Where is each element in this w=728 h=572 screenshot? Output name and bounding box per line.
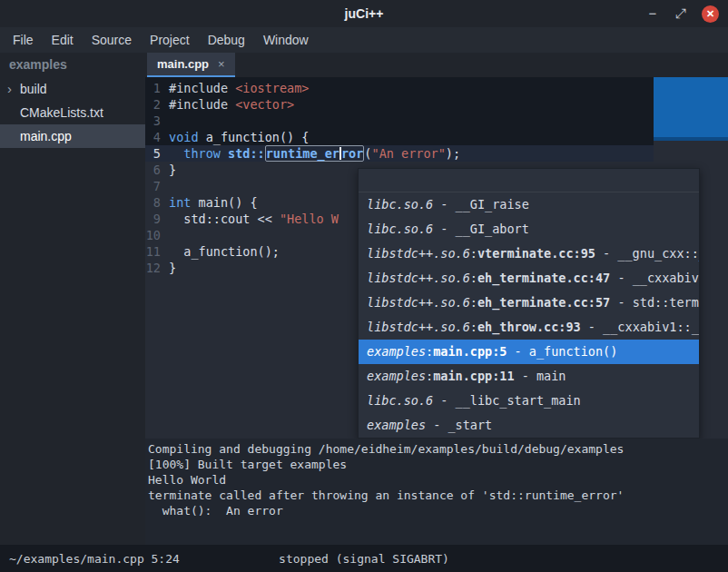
tree-item-label: main.cpp [20,124,72,148]
menu-source[interactable]: Source [83,27,141,53]
code-line-text: a_function(); [169,243,280,260]
close-button-icon[interactable]: ✕ [702,5,719,23]
app-window: juCi++ − ⤢ ✕ FileEditSourceProjectDebugW… [0,0,728,572]
line-number: 9 [145,211,169,227]
backtrace-item-5[interactable]: libstdc++.so.6:eh_throw.cc:93 - __cxxabi… [359,315,699,340]
main-body: examples ›buildCMakeLists.txtmain.cpp ma… [0,53,728,545]
line-number: 8 [145,194,169,211]
code-line-text: #include <iostream> [169,80,309,96]
overview-highlight [654,77,728,141]
code-line-1[interactable]: 1#include <iostream> [145,80,654,96]
menu-project[interactable]: Project [141,27,199,53]
line-number: 1 [145,80,169,96]
menu-edit[interactable]: Edit [43,27,83,53]
minimize-button-icon[interactable]: − [645,5,660,22]
tree-item-label: build [20,77,47,101]
line-number: 6 [145,162,169,178]
window-controls: − ⤢ ✕ [645,5,728,23]
window-title: juCi++ [0,6,728,21]
backtrace-popup-header [359,169,699,192]
code-line-4[interactable]: 4void a_function() { [145,129,654,145]
console-line: [100%] Built target examples [148,457,725,472]
status-file-position: ~/examples/main.cpp 5:24 [9,552,180,566]
line-number: 10 [145,227,169,243]
menu-window[interactable]: Window [254,27,318,53]
code-line-text: } [169,162,176,178]
status-bar: ~/examples/main.cpp 5:24 stopped (signal… [0,545,728,572]
titlebar[interactable]: juCi++ − ⤢ ✕ [0,0,728,27]
backtrace-item-2[interactable]: libstdc++.so.6:vterminate.cc:95 - __gnu_… [359,242,699,266]
backtrace-item-6[interactable]: examples:main.cpp:5 - a_function() [359,340,699,364]
file-tree: ›buildCMakeLists.txtmain.cpp [0,77,145,148]
tree-item-main-cpp[interactable]: main.cpp [0,124,145,148]
tab-bar: main.cpp × [145,53,728,77]
code-line-2[interactable]: 2#include <vector> [145,96,654,113]
line-number: 3 [145,113,169,129]
code-line-text: int main() { [169,194,258,211]
backtrace-item-1[interactable]: libc.so.6 - __GI_abort [359,217,699,242]
tree-item-label: CMakeLists.txt [20,101,103,124]
editor-column: main.cpp × 1#include <iostream>2#include… [145,53,728,545]
backtrace-list: libc.so.6 - __GI_raiselibc.so.6 - __GI_a… [359,192,699,438]
menu-debug[interactable]: Debug [199,27,254,53]
code-line-text: std::cout << "Hello W [169,211,339,227]
tab-label: main.cpp [157,57,209,71]
backtrace-item-9[interactable]: examples - _start [359,413,699,438]
console-line: Hello World [148,472,725,488]
menu-bar: FileEditSourceProjectDebugWindow [0,27,728,53]
code-line-text: throw std::runtime_error("An error"); [169,145,460,162]
tab-close-icon[interactable]: × [218,57,225,71]
tab-main-cpp[interactable]: main.cpp × [147,53,235,77]
backtrace-item-4[interactable]: libstdc++.so.6:eh_terminate.cc:57 - std:… [359,291,699,315]
line-number: 11 [145,243,169,260]
backtrace-item-0[interactable]: libc.so.6 - __GI_raise [359,192,699,217]
line-number: 5 [145,145,169,162]
code-line-text: #include <vector> [169,96,294,113]
chevron-right-icon[interactable]: › [7,77,12,100]
code-line-text: void a_function() { [169,129,309,145]
cursor-word-highlight: runtime_error [265,145,365,162]
tree-item-build[interactable]: ›build [0,77,145,101]
text-cursor [339,147,341,160]
maximize-button-icon[interactable]: ⤢ [674,5,688,22]
backtrace-popup: libc.so.6 - __GI_raiselibc.so.6 - __GI_a… [358,168,700,439]
code-line-5[interactable]: 5 throw std::runtime_error("An error"); [145,145,654,162]
line-number: 2 [145,96,169,113]
code-line-text: } [169,260,176,276]
menu-file[interactable]: File [4,27,43,53]
console-line: Compiling and debugging /home/eidheim/ex… [148,441,725,457]
backtrace-item-8[interactable]: libc.so.6 - __libc_start_main [359,389,699,413]
line-number: 12 [145,260,169,276]
output-console: Compiling and debugging /home/eidheim/ex… [145,439,728,545]
console-line: what(): An error [148,503,725,518]
line-number: 4 [145,129,169,145]
code-line-3[interactable]: 3 [145,113,654,129]
console-line: terminate called after throwing an insta… [148,488,725,503]
code-editor[interactable]: 1#include <iostream>2#include <vector>34… [145,77,728,439]
backtrace-item-3[interactable]: libstdc++.so.6:eh_terminate.cc:47 - __cx… [359,266,699,291]
line-number: 7 [145,178,169,194]
project-name-header: examples [0,53,145,77]
file-tree-sidebar: examples ›buildCMakeLists.txtmain.cpp [0,53,145,545]
status-debug-state: stopped (signal SIGABRT) [279,552,449,566]
backtrace-item-7[interactable]: examples:main.cpp:11 - main [359,364,699,389]
tree-item-cmakelists-txt[interactable]: CMakeLists.txt [0,101,145,124]
